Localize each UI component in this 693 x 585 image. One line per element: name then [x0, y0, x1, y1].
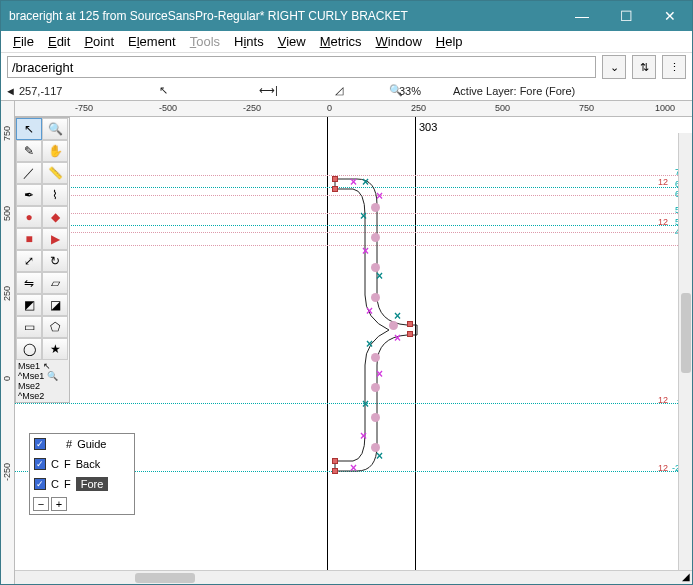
spiro-tool[interactable]: ⌇ — [42, 184, 68, 206]
layers-panel[interactable]: ✓ # Guide ✓ C F Back ✓ C F — [29, 433, 135, 515]
star-tool[interactable]: ★ — [42, 338, 68, 360]
menu-metrics[interactable]: Metrics — [314, 32, 368, 51]
updown-icon: ⇅ — [640, 61, 649, 74]
layer-f: F — [64, 458, 71, 470]
control-point[interactable]: × — [362, 175, 368, 181]
back-icon[interactable]: ◄ — [5, 85, 16, 97]
control-point[interactable]: × — [376, 189, 382, 195]
perspective-tool[interactable]: ◪ — [42, 294, 68, 316]
vruler-tick: 500 — [2, 206, 12, 221]
layer-remove-button[interactable]: − — [33, 497, 49, 511]
menu-window[interactable]: Window — [370, 32, 428, 51]
menu-help[interactable]: Help — [430, 32, 469, 51]
rect-tool[interactable]: ▭ — [16, 316, 42, 338]
rotate-icon: ↻ — [50, 254, 60, 268]
menu-element[interactable]: Element — [122, 32, 182, 51]
smooth-point[interactable] — [371, 233, 380, 242]
menu-view[interactable]: View — [272, 32, 312, 51]
vertical-scrollbar[interactable] — [678, 133, 692, 570]
smooth-point[interactable] — [371, 293, 380, 302]
close-button[interactable]: ✕ — [648, 1, 692, 31]
knife-icon: ／ — [23, 165, 35, 182]
tangent-icon: ▶ — [51, 232, 60, 246]
tool-palette[interactable]: ↖ 🔍 ✎ ✋ ／ 📏 ✒ ⌇ — [15, 117, 70, 403]
snap-icon: ⟷| — [259, 84, 278, 97]
menu-edit[interactable]: Edit — [42, 32, 76, 51]
perspective-icon: ◪ — [50, 298, 61, 312]
pointer-tool[interactable]: ↖ — [16, 118, 42, 140]
tangent-tool[interactable]: ▶ — [42, 228, 68, 250]
smooth-point[interactable] — [371, 383, 380, 392]
magnify-tool[interactable]: 🔍 — [42, 118, 68, 140]
maximize-button[interactable]: ☐ — [604, 1, 648, 31]
oncurve-point[interactable] — [407, 331, 413, 337]
titlebar[interactable]: braceright at 125 from SourceSansPro-Reg… — [1, 1, 692, 31]
scroll-thumb[interactable] — [681, 293, 691, 373]
scroll-thumb[interactable] — [135, 573, 195, 583]
prev-next-button[interactable]: ⇅ — [632, 55, 656, 79]
glyph-canvas[interactable]: ↖ 🔍 ✎ ✋ ／ 📏 ✒ ⌇ — [15, 117, 692, 570]
hruler-tick: -750 — [75, 103, 93, 113]
layer-visible-checkbox[interactable]: ✓ — [34, 458, 46, 470]
control-point[interactable]: × — [376, 269, 382, 275]
curve-tool[interactable]: ● — [16, 206, 42, 228]
oncurve-point[interactable] — [332, 458, 338, 464]
oncurve-point[interactable] — [332, 176, 338, 182]
control-point[interactable]: × — [350, 175, 356, 181]
hand-tool[interactable]: ✋ — [42, 140, 68, 162]
hruler-tick: 0 — [327, 103, 332, 113]
skew-tool[interactable]: ▱ — [42, 272, 68, 294]
ruler-tool[interactable]: 📏 — [42, 162, 68, 184]
layer-back-row[interactable]: ✓ C F Back — [30, 454, 134, 474]
layer-add-button[interactable]: + — [51, 497, 67, 511]
vertical-ruler[interactable]: 750 500 250 0 -250 — [1, 101, 15, 584]
control-point[interactable]: × — [362, 244, 368, 250]
control-point[interactable]: × — [394, 309, 400, 315]
control-point[interactable]: × — [366, 304, 372, 310]
flip-tool[interactable]: ⇋ — [16, 272, 42, 294]
vruler-tick: -250 — [2, 463, 12, 481]
control-point[interactable]: × — [366, 337, 372, 343]
cut-tool[interactable]: ／ — [16, 162, 42, 184]
minimize-button[interactable]: — — [560, 1, 604, 31]
menu-tools: Tools — [184, 32, 226, 51]
layer-visible-checkbox[interactable]: ✓ — [34, 478, 46, 490]
ellipse-tool[interactable]: ◯ — [16, 338, 42, 360]
smooth-point[interactable] — [371, 353, 380, 362]
oncurve-point[interactable] — [332, 468, 338, 474]
control-point[interactable]: × — [394, 331, 400, 337]
freehand-tool[interactable]: ✎ — [16, 140, 42, 162]
control-point[interactable]: × — [360, 429, 366, 435]
layer-guide-row[interactable]: ✓ # Guide — [30, 434, 134, 454]
menu-point[interactable]: Point — [78, 32, 120, 51]
oncurve-point[interactable] — [332, 186, 338, 192]
menu-file[interactable]: File — [7, 32, 40, 51]
smooth-point[interactable] — [371, 413, 380, 422]
oncurve-point[interactable] — [407, 321, 413, 327]
control-point[interactable]: × — [350, 461, 356, 467]
addpoint-tool[interactable]: ✒ — [16, 184, 42, 206]
horizontal-ruler[interactable]: -750 -500 -250 0 250 500 750 1000 — [15, 101, 692, 117]
poly-tool[interactable]: ⬠ — [42, 316, 68, 338]
scale-tool[interactable]: ⤢ — [16, 250, 42, 272]
wordlist-input[interactable] — [7, 56, 596, 78]
horizontal-scrollbar[interactable]: ◢ — [15, 570, 692, 584]
control-point[interactable]: × — [376, 449, 382, 455]
control-point[interactable]: × — [360, 209, 366, 215]
ellipse-icon: ◯ — [23, 342, 36, 356]
wordlist-menu-button[interactable]: ⌄ — [602, 55, 626, 79]
control-point[interactable]: × — [362, 397, 368, 403]
rotate3d-tool[interactable]: ◩ — [16, 294, 42, 316]
control-point[interactable]: × — [376, 367, 382, 373]
resize-grip-icon[interactable]: ◢ — [682, 571, 690, 582]
corner-tool[interactable]: ■ — [16, 228, 42, 250]
menu-hints[interactable]: Hints — [228, 32, 270, 51]
hvcurve-tool[interactable]: ◆ — [42, 206, 68, 228]
layer-visible-checkbox[interactable]: ✓ — [34, 438, 46, 450]
history-button[interactable]: ⋮ — [662, 55, 686, 79]
main-area: 750 500 250 0 -250 -750 -500 -250 0 250 … — [1, 101, 692, 584]
layer-fore-row[interactable]: ✓ C F Fore — [30, 474, 134, 494]
smooth-point[interactable] — [371, 203, 380, 212]
layer-name-fore: Fore — [76, 477, 109, 491]
rotate-tool[interactable]: ↻ — [42, 250, 68, 272]
